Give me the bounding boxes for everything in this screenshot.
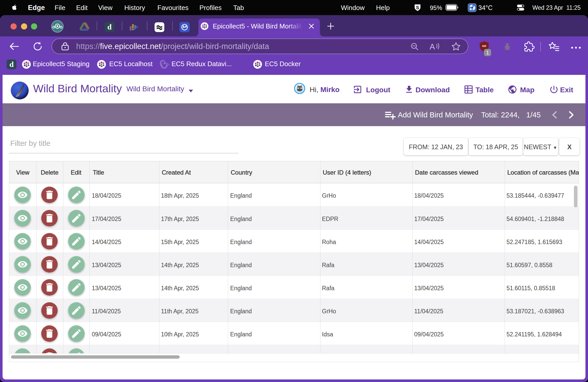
svg-text:S: S — [416, 5, 419, 10]
svg-text:d: d — [9, 60, 14, 68]
svg-text:d: d — [107, 23, 112, 31]
svg-text:uo: uo — [482, 44, 486, 48]
